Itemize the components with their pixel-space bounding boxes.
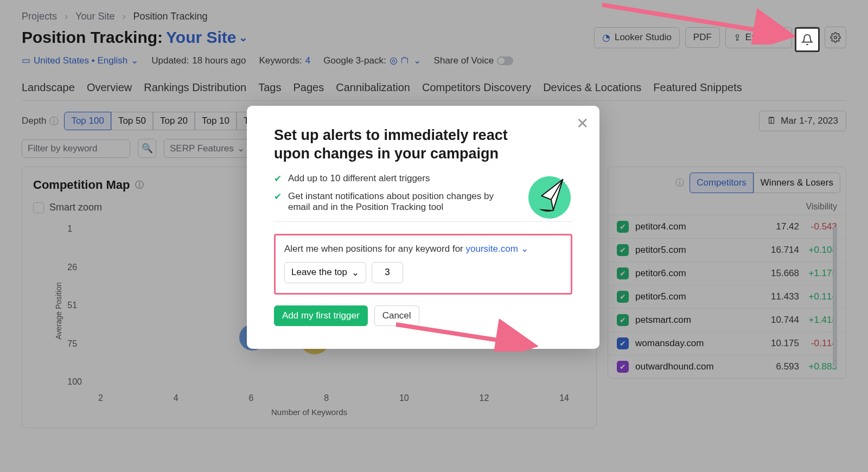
alerts-modal: ✕ Set up alerts to immediately react upo… [247,106,599,349]
trigger-condition-label: Leave the top [291,267,347,278]
add-trigger-button[interactable]: Add my first trigger [274,305,368,326]
chevron-down-icon: ⌄ [352,267,359,278]
trigger-condition-select[interactable]: Leave the top ⌄ [284,262,366,283]
modal-bullet-2: ✔Get instant notifications about positio… [274,191,507,213]
trigger-domain-dropdown[interactable]: yoursite.com ⌄ [465,244,528,254]
close-button[interactable]: ✕ [576,114,589,132]
chevron-down-icon: ⌄ [521,244,528,254]
check-icon: ✔ [274,173,282,184]
divider [274,221,572,222]
trigger-number-input[interactable] [372,262,403,283]
cancel-label: Cancel [382,310,411,321]
bell-icon [801,34,813,46]
trigger-config-box: Alert me when positions for any keyword … [274,234,572,295]
modal-heading: Set up alerts to immediately react upon … [274,126,572,163]
add-trigger-label: Add my first trigger [282,310,360,321]
modal-bullet-1: ✔Add up to 10 different alert triggers [274,173,507,184]
trigger-sentence: Alert me when positions for any keyword … [284,243,562,254]
cancel-button[interactable]: Cancel [374,305,419,326]
bell-highlight[interactable] [795,27,820,52]
check-icon: ✔ [274,191,282,213]
paper-plane-illustration [526,172,573,220]
